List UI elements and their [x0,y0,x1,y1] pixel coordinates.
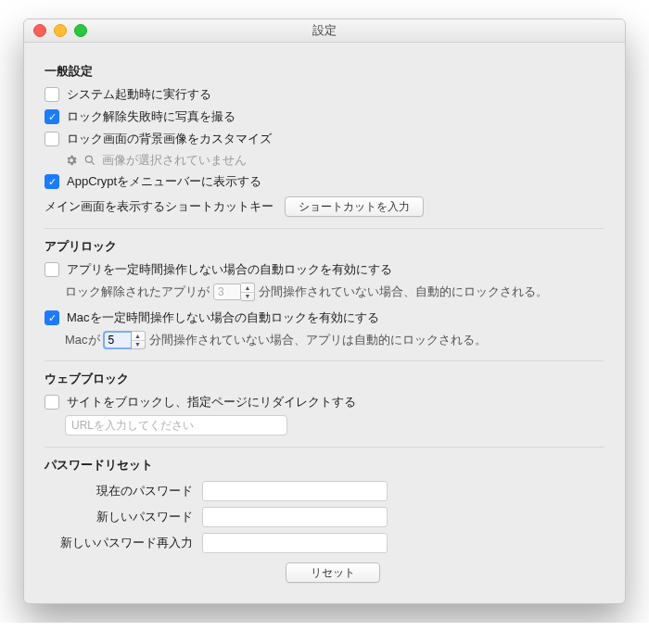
checkbox-idle-mac[interactable]: ✓ [45,310,59,325]
no-image-text: 画像が選択されていません [102,152,247,169]
label-idle-app: アプリを一定時間操作しない場合の自動ロックを有効にする [67,260,392,279]
idle-mac-suffix: 分間操作されていない場合、アプリは自動的にロックされる。 [149,332,487,348]
row-idle-app-enable[interactable]: アプリを一定時間操作しない場合の自動ロックを有効にする [45,260,604,279]
confirm-password-input[interactable] [202,533,388,553]
search-icon[interactable] [83,154,96,167]
reset-button[interactable]: リセット [286,562,380,583]
reset-button-row: リセット [286,562,604,583]
idle-app-prefix: ロック解除されたアプリが [65,284,210,300]
section-password-heading: パスワードリセット [45,457,604,474]
content-area: 一般設定 システム起動時に実行する ✓ ロック解除失敗時に写真を撮る ロック画面… [24,43,625,603]
stepper-arrows[interactable]: ▲▼ [241,283,255,301]
svg-point-0 [85,156,92,162]
divider [45,228,604,229]
minimize-icon[interactable] [54,24,67,37]
label-new-password: 新しいパスワード [45,509,193,525]
settings-window: 設定 一般設定 システム起動時に実行する ✓ ロック解除失敗時に写真を撮る ロッ… [23,19,626,604]
idle-mac-minutes-stepper[interactable]: ▲▼ [104,331,146,349]
row-idle-app-detail: ロック解除されたアプリが ▲▼ 分間操作されていない場合、自動的にロックされる。 [65,283,604,301]
checkbox-take-photo[interactable]: ✓ [45,109,59,124]
new-password-input[interactable] [202,507,388,527]
checkbox-custom-lock-bg[interactable] [45,132,59,146]
svg-line-1 [91,161,94,164]
current-password-input[interactable] [202,481,388,501]
divider [45,360,604,361]
label-show-in-menubar: AppCryptをメニューバーに表示する [67,172,261,191]
window-title: 設定 [24,22,625,39]
label-idle-mac: Macを一定時間操作しない場合の自動ロックを有効にする [67,309,379,327]
redirect-url-input[interactable]: URLを入力してください [65,415,287,436]
redirect-url-placeholder: URLを入力してください [71,418,194,434]
section-general-heading: 一般設定 [45,63,604,80]
section-applock-heading: アプリロック [45,238,604,255]
label-current-password: 現在のパスワード [45,483,193,499]
divider [45,447,604,448]
label-launch-at-startup: システム起動時に実行する [67,85,211,104]
idle-app-minutes-stepper[interactable]: ▲▼ [213,283,255,301]
zoom-icon[interactable] [74,24,87,37]
section-webblock-heading: ウェブブロック [45,371,604,387]
titlebar: 設定 [24,19,625,43]
record-shortcut-button[interactable]: ショートカットを入力 [285,196,424,217]
label-take-photo: ロック解除失敗時に写真を撮る [67,107,235,126]
label-confirm-password: 新しいパスワード再入力 [45,535,193,551]
idle-app-minutes-input[interactable] [213,284,241,300]
row-take-photo[interactable]: ✓ ロック解除失敗時に写真を撮る [45,107,604,126]
row-launch-at-startup[interactable]: システム起動時に実行する [45,85,604,104]
gear-icon[interactable] [65,154,78,167]
idle-mac-minutes-input[interactable] [104,332,132,348]
idle-app-suffix: 分間操作されていない場合、自動的にロックされる。 [259,284,548,300]
checkbox-webblock[interactable] [45,395,59,410]
row-custom-lock-bg[interactable]: ロック画面の背景画像をカスタマイズ [45,130,604,148]
row-shortcut: メイン画面を表示するショートカットキー ショートカットを入力 [45,196,604,217]
row-bg-image-controls: 画像が選択されていません [65,152,604,169]
idle-mac-prefix: Macが [65,332,100,348]
checkbox-show-in-menubar[interactable]: ✓ [45,174,59,189]
checkbox-idle-app[interactable] [45,262,59,277]
label-shortcut: メイン画面を表示するショートカットキー [45,197,274,216]
password-grid: 現在のパスワード 新しいパスワード 新しいパスワード再入力 [45,481,604,553]
label-custom-lock-bg: ロック画面の背景画像をカスタマイズ [67,130,272,148]
checkbox-launch-at-startup[interactable] [45,87,59,102]
label-webblock: サイトをブロックし、指定ページにリダイレクトする [67,393,356,411]
close-icon[interactable] [33,24,46,37]
row-idle-mac-enable[interactable]: ✓ Macを一定時間操作しない場合の自動ロックを有効にする [45,309,604,327]
stepper-arrows[interactable]: ▲▼ [132,331,146,349]
row-idle-mac-detail: Macが ▲▼ 分間操作されていない場合、アプリは自動的にロックされる。 [65,331,604,349]
window-controls [33,24,87,37]
row-show-in-menubar[interactable]: ✓ AppCryptをメニューバーに表示する [45,172,604,191]
row-webblock-enable[interactable]: サイトをブロックし、指定ページにリダイレクトする [45,393,604,411]
